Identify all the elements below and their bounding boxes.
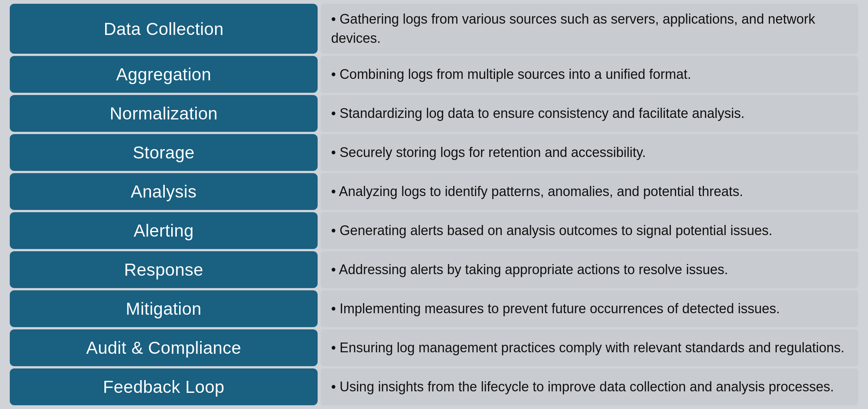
- label-text-data-collection: Data Collection: [104, 19, 223, 39]
- desc-cell-normalization: Standardizing log data to ensure consist…: [321, 95, 858, 132]
- desc-text-normalization: Standardizing log data to ensure consist…: [331, 104, 744, 123]
- label-cell-storage: Storage: [10, 134, 318, 171]
- desc-text-storage: Securely storing logs for retention and …: [331, 143, 646, 162]
- label-cell-mitigation: Mitigation: [10, 290, 318, 327]
- label-cell-audit-compliance: Audit & Compliance: [10, 329, 318, 366]
- desc-text-mitigation: Implementing measures to prevent future …: [331, 299, 780, 318]
- desc-text-feedback-loop: Using insights from the lifecycle to imp…: [331, 377, 834, 396]
- row-normalization: NormalizationStandardizing log data to e…: [10, 95, 858, 132]
- label-text-storage: Storage: [133, 142, 195, 163]
- desc-text-data-collection: Gathering logs from various sources such…: [331, 10, 848, 48]
- label-cell-feedback-loop: Feedback Loop: [10, 368, 318, 405]
- label-text-feedback-loop: Feedback Loop: [103, 377, 225, 397]
- label-text-mitigation: Mitigation: [126, 299, 202, 319]
- row-analysis: AnalysisAnalyzing logs to identify patte…: [10, 173, 858, 210]
- row-response: ResponseAddressing alerts by taking appr…: [10, 251, 858, 288]
- desc-cell-mitigation: Implementing measures to prevent future …: [321, 290, 858, 327]
- label-text-response: Response: [124, 260, 203, 280]
- row-audit-compliance: Audit & ComplianceEnsuring log managemen…: [10, 329, 858, 366]
- label-text-alerting: Alerting: [134, 220, 194, 241]
- desc-cell-analysis: Analyzing logs to identify patterns, ano…: [321, 173, 858, 210]
- desc-text-alerting: Generating alerts based on analysis outc…: [331, 221, 772, 240]
- row-aggregation: AggregationCombining logs from multiple …: [10, 56, 858, 93]
- desc-cell-alerting: Generating alerts based on analysis outc…: [321, 212, 858, 249]
- desc-cell-feedback-loop: Using insights from the lifecycle to imp…: [321, 368, 858, 405]
- desc-text-audit-compliance: Ensuring log management practices comply…: [331, 338, 844, 357]
- label-cell-response: Response: [10, 251, 318, 288]
- desc-cell-storage: Securely storing logs for retention and …: [321, 134, 858, 171]
- label-text-normalization: Normalization: [110, 103, 218, 124]
- row-mitigation: MitigationImplementing measures to preve…: [10, 290, 858, 327]
- desc-text-analysis: Analyzing logs to identify patterns, ano…: [331, 182, 743, 201]
- label-text-analysis: Analysis: [131, 181, 196, 202]
- main-container: Data CollectionGathering logs from vario…: [6, 0, 862, 409]
- label-cell-data-collection: Data Collection: [10, 4, 318, 54]
- desc-text-response: Addressing alerts by taking appropriate …: [331, 260, 728, 279]
- label-cell-aggregation: Aggregation: [10, 56, 318, 93]
- desc-cell-audit-compliance: Ensuring log management practices comply…: [321, 329, 858, 366]
- label-text-aggregation: Aggregation: [116, 64, 211, 85]
- desc-cell-data-collection: Gathering logs from various sources such…: [321, 4, 858, 54]
- row-storage: StorageSecurely storing logs for retenti…: [10, 134, 858, 171]
- label-text-audit-compliance: Audit & Compliance: [86, 338, 241, 358]
- label-cell-alerting: Alerting: [10, 212, 318, 249]
- row-data-collection: Data CollectionGathering logs from vario…: [10, 4, 858, 54]
- desc-cell-response: Addressing alerts by taking appropriate …: [321, 251, 858, 288]
- label-cell-normalization: Normalization: [10, 95, 318, 132]
- label-cell-analysis: Analysis: [10, 173, 318, 210]
- desc-cell-aggregation: Combining logs from multiple sources int…: [321, 56, 858, 93]
- desc-text-aggregation: Combining logs from multiple sources int…: [331, 65, 691, 84]
- row-alerting: AlertingGenerating alerts based on analy…: [10, 212, 858, 249]
- row-feedback-loop: Feedback LoopUsing insights from the lif…: [10, 368, 858, 405]
